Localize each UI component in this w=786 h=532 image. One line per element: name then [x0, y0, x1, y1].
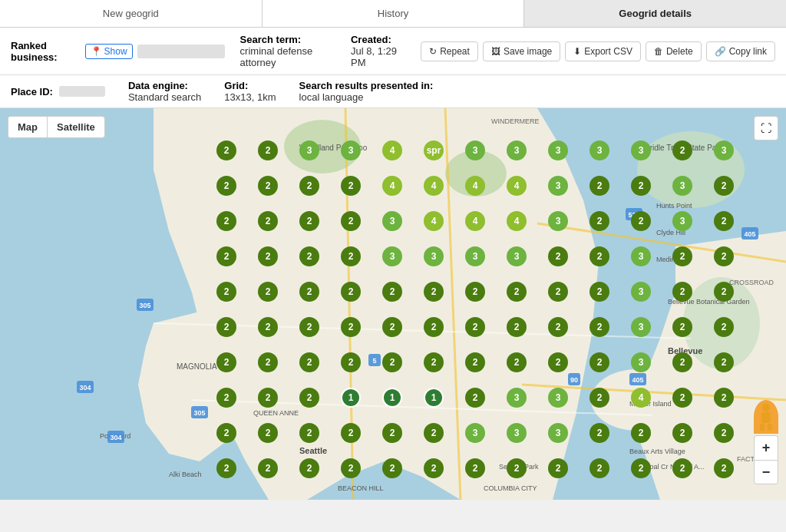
- grid-dot[interactable]: 2: [258, 458, 278, 478]
- grid-dot[interactable]: 2: [299, 176, 319, 196]
- grid-dot[interactable]: 2: [341, 352, 361, 372]
- grid-dot[interactable]: 2: [299, 211, 319, 231]
- grid-dot[interactable]: 2: [258, 211, 278, 231]
- grid-dot[interactable]: 2: [258, 388, 278, 408]
- grid-dot[interactable]: 2: [299, 388, 319, 408]
- grid-dot[interactable]: 3: [507, 246, 527, 266]
- grid-dot[interactable]: 3: [299, 140, 319, 160]
- grid-dot[interactable]: 3: [631, 246, 651, 266]
- tab-new-geogrid[interactable]: New geogrid: [0, 0, 263, 27]
- grid-dot[interactable]: 2: [714, 423, 734, 443]
- grid-dot[interactable]: 3: [672, 176, 692, 196]
- grid-dot[interactable]: 3: [507, 140, 527, 160]
- grid-dot[interactable]: 3: [465, 423, 485, 443]
- grid-dot[interactable]: 4: [465, 211, 485, 231]
- grid-dot[interactable]: 2: [548, 246, 568, 266]
- grid-dot[interactable]: 2: [216, 458, 236, 478]
- grid-dot[interactable]: 2: [299, 246, 319, 266]
- grid-dot[interactable]: 2: [216, 282, 236, 302]
- grid-dot[interactable]: 4: [382, 176, 402, 196]
- satellite-button[interactable]: Satellite: [47, 117, 104, 137]
- grid-dot[interactable]: 2: [590, 211, 609, 231]
- grid-dot[interactable]: 2: [382, 352, 402, 372]
- grid-dot[interactable]: 2: [590, 317, 609, 337]
- grid-dot[interactable]: 2: [382, 423, 402, 443]
- grid-dot[interactable]: 2: [424, 423, 444, 443]
- grid-dot[interactable]: 2: [548, 352, 568, 372]
- zoom-out-button[interactable]: −: [754, 460, 778, 484]
- grid-dot[interactable]: 3: [548, 176, 568, 196]
- grid-dot[interactable]: 2: [631, 176, 651, 196]
- grid-dot[interactable]: 2: [465, 388, 485, 408]
- grid-dot[interactable]: 3: [548, 211, 568, 231]
- grid-dot[interactable]: 2: [590, 458, 609, 478]
- grid-dot[interactable]: 2: [424, 352, 444, 372]
- grid-dot[interactable]: 2: [341, 211, 361, 231]
- grid-dot[interactable]: 3: [548, 140, 568, 160]
- grid-dot[interactable]: 2: [382, 317, 402, 337]
- grid-dot[interactable]: 2: [258, 423, 278, 443]
- show-button[interactable]: 📍 Show: [85, 44, 133, 59]
- grid-dot[interactable]: 2: [590, 246, 609, 266]
- grid-dot[interactable]: 2: [714, 282, 734, 302]
- grid-dot[interactable]: 2: [258, 282, 278, 302]
- grid-dot[interactable]: 2: [341, 176, 361, 196]
- grid-dot[interactable]: 4: [507, 176, 527, 196]
- grid-dot[interactable]: 2: [216, 140, 236, 160]
- grid-dot[interactable]: 2: [714, 176, 734, 196]
- copy-link-button[interactable]: 🔗 Copy link: [706, 41, 775, 61]
- grid-dot[interactable]: 2: [258, 176, 278, 196]
- grid-dot[interactable]: 2: [258, 140, 278, 160]
- zoom-in-button[interactable]: +: [754, 435, 778, 460]
- tab-geogrid-details[interactable]: Geogrid details: [524, 0, 786, 27]
- grid-dot[interactable]: 2: [341, 458, 361, 478]
- grid-dot[interactable]: 2: [672, 423, 692, 443]
- grid-dot[interactable]: 2: [714, 211, 734, 231]
- grid-dot[interactable]: 3: [465, 246, 485, 266]
- grid-dot[interactable]: 2: [341, 317, 361, 337]
- grid-dot[interactable]: 3: [631, 352, 651, 372]
- grid-dot[interactable]: 3: [548, 423, 568, 443]
- grid-dot[interactable]: 2: [258, 246, 278, 266]
- grid-dot[interactable]: 2: [424, 282, 444, 302]
- grid-dot[interactable]: 2: [465, 317, 485, 337]
- grid-dot[interactable]: 4: [424, 211, 444, 231]
- grid-dot[interactable]: 4: [465, 176, 485, 196]
- grid-dot[interactable]: 3: [714, 140, 734, 160]
- grid-dot[interactable]: 2: [341, 282, 361, 302]
- grid-dot[interactable]: 3: [507, 388, 527, 408]
- grid-dot[interactable]: 2: [631, 458, 651, 478]
- grid-dot[interactable]: 2: [507, 352, 527, 372]
- grid-dot[interactable]: 2: [507, 282, 527, 302]
- grid-dot[interactable]: 2: [672, 282, 692, 302]
- grid-dot[interactable]: 3: [341, 140, 361, 160]
- grid-dot[interactable]: 2: [216, 352, 236, 372]
- save-image-button[interactable]: 🖼 Save image: [483, 41, 560, 61]
- grid-dot[interactable]: 2: [216, 211, 236, 231]
- grid-dot[interactable]: 3: [507, 423, 527, 443]
- grid-dot[interactable]: 4: [507, 211, 527, 231]
- grid-dot[interactable]: 2: [216, 246, 236, 266]
- grid-dot[interactable]: 2: [672, 140, 692, 160]
- grid-dot[interactable]: 2: [341, 423, 361, 443]
- grid-dot[interactable]: 2: [341, 246, 361, 266]
- delete-button[interactable]: 🗑 Delete: [646, 41, 702, 61]
- map-button[interactable]: Map: [8, 117, 47, 137]
- grid-dot[interactable]: 2: [382, 458, 402, 478]
- fullscreen-button[interactable]: ⛶: [754, 116, 778, 140]
- grid-dot[interactable]: 2: [672, 388, 692, 408]
- grid-dot[interactable]: 2: [258, 317, 278, 337]
- grid-dot[interactable]: 3: [424, 246, 444, 266]
- grid-dot[interactable]: 2: [299, 423, 319, 443]
- grid-dot[interactable]: 3: [631, 140, 651, 160]
- grid-dot[interactable]: 4: [631, 388, 651, 408]
- grid-dot[interactable]: 2: [548, 458, 568, 478]
- grid-dot[interactable]: 2: [548, 317, 568, 337]
- grid-dot[interactable]: 3: [382, 246, 402, 266]
- grid-dot[interactable]: 2: [216, 176, 236, 196]
- grid-dot[interactable]: 2: [216, 317, 236, 337]
- grid-dot[interactable]: 2: [465, 352, 485, 372]
- grid-dot[interactable]: 2: [424, 458, 444, 478]
- grid-dot[interactable]: 2: [714, 388, 734, 408]
- grid-dot[interactable]: 2: [590, 423, 609, 443]
